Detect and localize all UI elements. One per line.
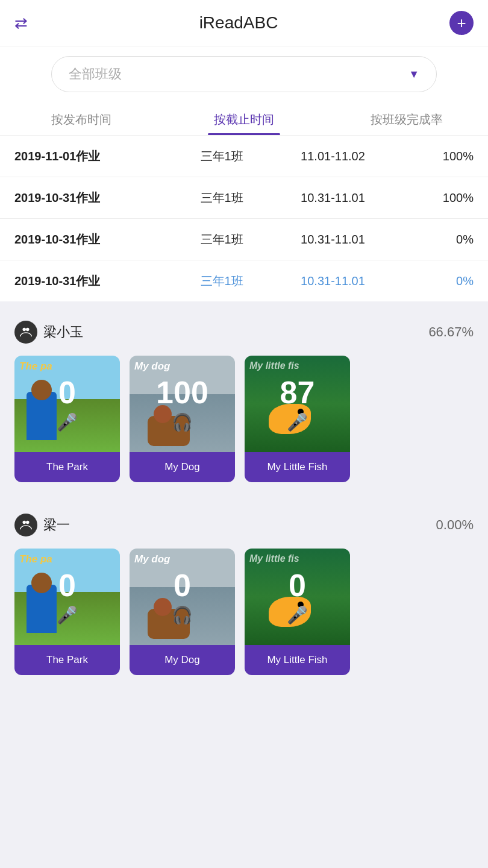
book-label: My Little Fish [245, 645, 350, 675]
assignment-class: 三年1班 [177, 231, 266, 248]
svg-point-0 [23, 328, 27, 332]
tab-publish[interactable]: 按发布时间 [0, 102, 163, 135]
assignment-name: 2019-10-31作业 [14, 189, 177, 206]
book-label: My Dog [130, 645, 235, 675]
assignment-date: 10.31-11.01 [266, 233, 399, 247]
book-score: 87 [280, 376, 315, 410]
avatar-1 [14, 321, 37, 344]
assignment-class: 三年1班 [177, 273, 266, 289]
book-score: 0 [58, 568, 76, 603]
assignment-row[interactable]: 2019-11-01作业 三年1班 11.01-11.02 100% [0, 136, 488, 177]
app-header: ⇄ iReadABC + [0, 0, 488, 46]
mic-icon-2: 🎤 [287, 412, 308, 432]
mic-icon-3: 🎤 [57, 605, 78, 625]
student-info-2: 梁一 [14, 514, 70, 536]
student-header-1: 梁小玉 66.67% [0, 309, 488, 351]
assignment-row[interactable]: 2019-10-31作业 三年1班 10.31-11.01 0% [0, 219, 488, 260]
assignment-date: 10.31-11.01 [266, 274, 399, 288]
book-card-park-1[interactable]: The pa 0 🎤 The Park [14, 356, 120, 482]
add-button[interactable]: + [449, 11, 474, 35]
assignment-row[interactable]: 2019-10-31作业 三年1班 10.31-11.01 100% [0, 177, 488, 219]
book-card-park-2[interactable]: The pa 0 🎤 The Park [14, 549, 120, 675]
assignment-class: 三年1班 [177, 190, 266, 206]
chevron-down-icon: ▼ [408, 68, 419, 81]
assignment-name: 2019-11-01作业 [14, 148, 177, 165]
book-cards-1: The pa 0 🎤 The Park My dog 100 🎧 My Dog [0, 351, 488, 494]
assignment-pct: 0% [399, 274, 474, 288]
assignment-pct: 0% [399, 233, 474, 247]
book-card-dog-2[interactable]: My dog 0 🎧 My Dog [130, 549, 235, 675]
assignment-class: 三年1班 [177, 148, 266, 165]
book-label: My Little Fish [245, 452, 350, 482]
book-card-fish-2[interactable]: My little fis 0 🎤 My Little Fish [245, 549, 350, 675]
svg-point-3 [26, 521, 30, 524]
assignment-row-highlighted[interactable]: 2019-10-31作业 三年1班 10.31-11.01 0% [0, 260, 488, 301]
student-info-1: 梁小玉 [14, 321, 83, 344]
assignment-date: 10.31-11.01 [266, 191, 399, 205]
swap-icon[interactable]: ⇄ [14, 14, 28, 33]
assignment-name: 2019-10-31作业 [14, 231, 177, 248]
book-score: 0 [174, 568, 191, 603]
avatar-2 [14, 514, 37, 536]
assignment-pct: 100% [399, 149, 474, 163]
headphone-icon-2: 🎧 [172, 605, 193, 625]
book-cards-2: The pa 0 🎤 The Park My dog 0 🎧 My Dog [0, 544, 488, 687]
mic-icon: 🎤 [57, 412, 78, 432]
book-score: 0 [289, 568, 306, 603]
student-header-2: 梁一 0.00% [0, 502, 488, 544]
assignment-pct: 100% [399, 191, 474, 205]
svg-point-2 [23, 521, 27, 524]
book-label: My Dog [130, 452, 235, 482]
app-title: iReadABC [199, 13, 278, 33]
svg-point-1 [26, 328, 30, 332]
book-score: 0 [58, 376, 76, 410]
headphone-icon: 🎧 [172, 412, 193, 432]
mic-icon-4: 🎤 [287, 605, 308, 625]
book-score: 100 [156, 376, 208, 410]
book-label: The Park [14, 645, 120, 675]
student-section-1: 梁小玉 66.67% The pa 0 🎤 The Park My dog [0, 309, 488, 494]
sort-tabs: 按发布时间 按截止时间 按班级完成率 [0, 102, 488, 136]
student-pct-1: 66.67% [428, 324, 474, 340]
book-label: The Park [14, 452, 120, 482]
book-card-dog-1[interactable]: My dog 100 🎧 My Dog [130, 356, 235, 482]
student-pct-2: 0.00% [436, 517, 474, 533]
book-card-fish-1[interactable]: My little fis 87 🎤 My Little Fish [245, 356, 350, 482]
student-name-1: 梁小玉 [43, 323, 83, 341]
class-dropdown-label: 全部班级 [69, 65, 122, 83]
assignment-list: 2019-11-01作业 三年1班 11.01-11.02 100% 2019-… [0, 136, 488, 301]
class-dropdown[interactable]: 全部班级 ▼ [51, 56, 437, 92]
class-filter-wrap: 全部班级 ▼ [0, 46, 488, 102]
student-name-2: 梁一 [43, 516, 70, 534]
tab-completion[interactable]: 按班级完成率 [325, 102, 488, 135]
student-section-2: 梁一 0.00% The pa 0 🎤 The Park My dog [0, 502, 488, 687]
assignment-date: 11.01-11.02 [266, 149, 399, 163]
assignment-name: 2019-10-31作业 [14, 272, 177, 289]
tab-deadline[interactable]: 按截止时间 [163, 102, 325, 135]
